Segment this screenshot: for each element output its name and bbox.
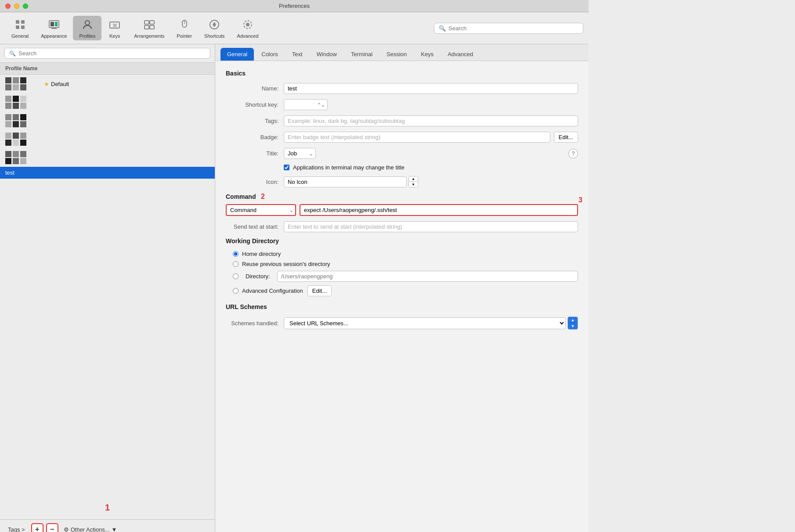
title-select-wrapper: Job Name ⌄ [284,148,316,159]
list-item[interactable] [0,130,215,148]
list-item[interactable] [0,148,215,167]
list-item[interactable] [0,93,215,111]
annotation-3: 3 [578,196,582,204]
badge-edit-button[interactable]: Edit... [554,132,578,143]
title-select[interactable]: Job Name [284,148,316,159]
toolbar-pointer[interactable]: Pointer [170,16,198,40]
radio-reuse-row: Reuse previous session's directory [226,261,578,267]
directory-input[interactable] [277,271,578,282]
maximize-button[interactable] [23,4,28,9]
tags-label: Tags: [226,118,278,124]
toolbar-appearance[interactable]: Appearance [35,16,73,40]
profiles-icon [80,18,94,32]
toolbar-profiles[interactable]: Profiles [73,16,101,40]
name-input[interactable] [284,83,578,94]
send-text-label: Send text at start: [226,223,278,230]
svg-rect-1 [21,20,25,24]
toolbar-advanced[interactable]: Advanced [231,16,265,40]
close-button[interactable] [5,4,11,9]
title-row: Title: Job Name ⌄ ? [226,148,578,159]
list-item[interactable]: ★Default [0,75,215,93]
url-schemes-section: URL Schemes Schemes handled: Select URL … [226,303,578,330]
bottom-bar: Tags > + − ⚙ Other Actions... ▼ [0,519,215,532]
advanced-label: Advanced [237,33,259,39]
tab-advanced[interactable]: Advanced [441,48,480,61]
profile-name-selected: test [5,169,14,176]
profile-name: ★Default [44,81,69,87]
icon-stepper-up[interactable]: ▲ [409,176,418,182]
search-input[interactable] [448,25,578,32]
left-search-input[interactable] [18,50,206,57]
profiles-label: Profiles [79,33,95,39]
radio-advanced[interactable] [233,288,238,294]
tab-general[interactable]: General [220,48,254,61]
remove-profile-button[interactable]: − [46,523,58,532]
toolbar-items: General Appearance Profiles [5,16,434,40]
minimize-button[interactable] [14,4,19,9]
profile-swatches [5,133,40,146]
tab-keys[interactable]: Keys [414,48,440,61]
toolbar-search-area: 🔍 [434,23,583,34]
tab-text[interactable]: Text [285,48,309,61]
appearance-label: Appearance [41,33,67,39]
radio-home[interactable] [233,251,238,257]
radio-home-label: Home directory [242,251,281,257]
command-title: Command [226,193,256,200]
icon-input[interactable] [284,176,407,187]
toolbar-general[interactable]: General [5,16,35,40]
tags-control [284,115,578,126]
profile-swatches [5,114,40,127]
arrangements-icon [142,18,156,32]
toolbar-keys[interactable]: ⌘ Keys [101,16,128,40]
other-actions-button[interactable]: ⚙ Other Actions... ▼ [61,525,120,532]
add-profile-button[interactable]: + [31,523,43,532]
radio-home-row: Home directory [226,251,578,257]
left-search-area: 🔍 [0,44,215,63]
name-control [284,83,578,94]
badge-control: Edit... [284,132,578,143]
gear-icon: ⚙ [64,526,69,532]
left-search-box[interactable]: 🔍 [4,48,210,59]
shortcut-select[interactable] [284,99,328,110]
command-type-select[interactable]: Login shell Command Custom Shell [226,204,296,216]
search-box[interactable]: 🔍 [434,23,583,34]
url-stepper-down[interactable]: ▼ [568,323,578,329]
icon-stepper-down[interactable]: ▼ [409,182,418,187]
arrangements-label: Arrangements [134,33,164,39]
radio-advanced-row: Advanced Configuration Edit... [226,285,578,296]
toolbar-arrangements[interactable]: Arrangements [128,16,170,40]
profile-swatches [5,77,40,90]
pointer-label: Pointer [177,33,192,39]
tab-window[interactable]: Window [310,48,343,61]
working-dir-section: Working Directory Home directory Reuse p… [226,237,578,296]
svg-rect-12 [150,21,154,24]
badge-label: Badge: [226,134,278,140]
badge-input[interactable] [284,132,550,143]
radio-directory[interactable] [233,273,238,279]
tab-session[interactable]: Session [380,48,413,61]
list-item-selected[interactable]: test [0,167,215,179]
tabs-row: General Colors Text Window Terminal Sess… [215,44,589,61]
title-checkbox-row: Applications in terminal may change the … [226,164,578,171]
icon-label: Icon: [226,179,278,185]
tags-button[interactable]: Tags > [4,525,29,532]
tab-terminal[interactable]: Terminal [344,48,379,61]
toolbar-shortcuts[interactable]: Shortcuts [198,16,231,40]
tab-colors[interactable]: Colors [255,48,285,61]
send-text-input[interactable] [284,221,578,232]
tags-input[interactable] [284,115,578,126]
radio-directory-row: Directory: [226,271,578,282]
command-section: Command 2 3 Login shell Command Custom S… [226,193,578,232]
command-input[interactable] [300,204,578,216]
radio-reuse[interactable] [233,261,238,267]
profile-swatches [5,96,40,109]
advanced-config-edit-button[interactable]: Edit... [307,285,332,296]
title-change-checkbox[interactable] [284,165,289,170]
svg-point-18 [246,23,249,26]
icon-control: ▲ ▼ [284,176,578,187]
title-help-button[interactable]: ? [568,149,578,158]
url-schemes-select[interactable]: Select URL Schemes... [284,317,566,329]
shortcuts-label: Shortcuts [204,33,224,39]
list-item[interactable] [0,111,215,130]
url-stepper-up[interactable]: ▲ [568,317,578,323]
